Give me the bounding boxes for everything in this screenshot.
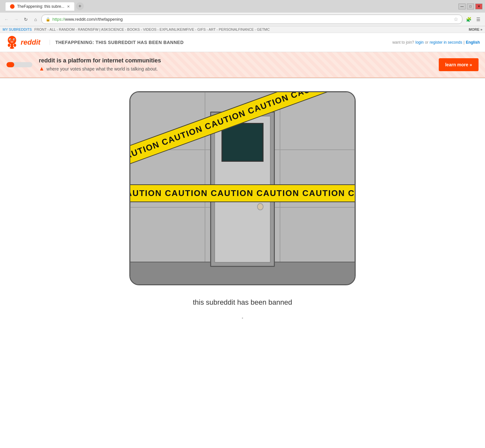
lock-icon: 🔒: [46, 17, 50, 22]
upvote-arrow-icon: ▲: [39, 65, 45, 72]
reddit-header: reddit TheFappening: this subreddit has …: [0, 33, 485, 52]
url-path: /r/thefappening: [95, 17, 123, 22]
reddit-top-nav: MY SUBREDDITS FRONT - ALL - RANDOM - RAN…: [0, 26, 485, 33]
banned-illustration: CAUTION CAUTION CAUTION CAUTION CAUTION …: [129, 91, 356, 285]
subreddit-banned-title: TheFappening: this subreddit has been ba…: [49, 40, 184, 45]
reddit-alien-icon: [5, 36, 19, 49]
back-button[interactable]: ←: [3, 16, 10, 23]
tab-title: TheFappening: this subre...: [17, 4, 64, 9]
address-text: https://www.reddit.com/r/thefappening: [52, 17, 452, 22]
new-tab-button[interactable]: +: [76, 2, 84, 10]
tab-close-button[interactable]: ✕: [67, 5, 70, 9]
menu-button[interactable]: ☰: [474, 15, 482, 24]
header-right: want to join? login or register in secon…: [392, 40, 480, 45]
want-to-join-text: want to join?: [392, 40, 414, 45]
nav-links: FRONT - ALL - RANDOM - RANDNSFW | ASKSCI…: [34, 27, 270, 31]
bookmark-star-icon[interactable]: ☆: [454, 16, 458, 22]
or-text: or: [425, 40, 428, 45]
svg-point-10: [14, 44, 16, 47]
home-button[interactable]: ⌂: [32, 16, 39, 23]
browser-chrome: TheFappening: this subre... ✕ + — □ ✕ ← …: [0, 0, 485, 78]
caution-tape-2: CAUTION CAUTION CAUTION CAUTION CAUTION …: [129, 184, 356, 202]
my-subreddits-link[interactable]: MY SUBREDDITS: [3, 27, 32, 31]
learn-more-button[interactable]: learn more »: [439, 58, 479, 71]
login-link[interactable]: login: [415, 40, 424, 45]
promo-banner: reddit is a platform for internet commun…: [0, 52, 485, 78]
svg-point-6: [8, 38, 10, 39]
url-full: www.reddit.com: [65, 17, 95, 22]
tab-bar: TheFappening: this subre... ✕ +: [3, 2, 456, 11]
title-bar: TheFappening: this subre... ✕ + — □ ✕: [0, 0, 485, 13]
period-dot: .: [241, 310, 244, 321]
svg-point-7: [14, 38, 16, 39]
forward-button[interactable]: →: [12, 16, 20, 23]
reload-button[interactable]: ↻: [22, 16, 30, 23]
address-bar[interactable]: 🔒 https://www.reddit.com/r/thefappening …: [41, 15, 462, 24]
tab-favicon: [10, 4, 15, 9]
url-protocol: https://: [52, 17, 65, 22]
reddit-logo[interactable]: reddit: [5, 36, 40, 49]
banner-progress-fill: [6, 62, 14, 67]
nav-right-buttons: 🧩 ☰: [464, 15, 482, 24]
svg-point-4: [14, 39, 15, 40]
banner-progress-bar: [6, 62, 32, 67]
banner-text-section: reddit is a platform for internet commun…: [39, 57, 432, 72]
svg-point-3: [10, 39, 11, 40]
extensions-button[interactable]: 🧩: [464, 15, 473, 24]
banned-message: this subreddit has been banned: [193, 298, 292, 307]
maximize-button[interactable]: □: [467, 4, 474, 9]
register-link[interactable]: register in seconds: [430, 40, 462, 45]
window-controls: — □ ✕: [458, 4, 482, 9]
door-window: [221, 123, 264, 162]
svg-point-11: [10, 47, 14, 49]
navigation-bar: ← → ↻ ⌂ 🔒 https://www.reddit.com/r/thefa…: [0, 13, 485, 26]
banner-main-text: reddit is a platform for internet commun…: [39, 57, 432, 64]
wall-tile-9: [280, 207, 355, 265]
active-tab[interactable]: TheFappening: this subre... ✕: [5, 2, 75, 11]
banner-sub-text: ▲ where your votes shape what the world …: [39, 65, 432, 72]
svg-point-0: [8, 36, 16, 44]
wall-tile-7: [130, 207, 205, 265]
caution-text-2: CAUTION CAUTION CAUTION CAUTION CAUTION …: [129, 188, 356, 198]
main-content: CAUTION CAUTION CAUTION CAUTION CAUTION …: [0, 78, 485, 340]
minimize-button[interactable]: —: [458, 4, 466, 9]
door-knob: [257, 203, 264, 210]
language-selector[interactable]: English: [466, 40, 480, 45]
more-button[interactable]: MORE »: [469, 27, 482, 31]
banner-sub-text-content: where your votes shape what the world is…: [47, 66, 158, 71]
close-button[interactable]: ✕: [475, 4, 482, 9]
svg-point-9: [8, 44, 10, 47]
reddit-wordmark: reddit: [21, 38, 40, 47]
separator: |: [464, 40, 465, 45]
